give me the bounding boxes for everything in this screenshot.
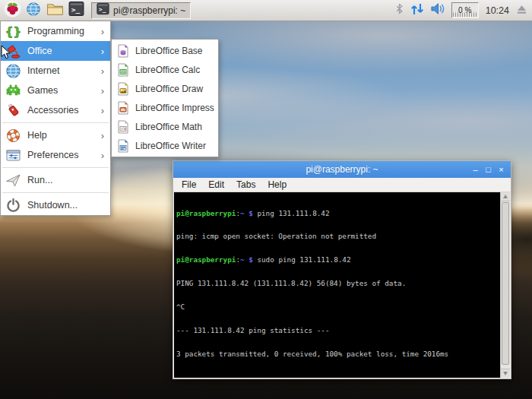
libreoffice-math-icon: √x <box>116 120 130 134</box>
menu-item-internet[interactable]: Internet › <box>1 61 110 81</box>
menu-item-label: Shutdown... <box>27 200 106 211</box>
submenu-chevron-icon: › <box>101 46 106 57</box>
terminal-title: pi@raspberrypi: ~ <box>306 164 378 175</box>
submenu-chevron-icon: › <box>101 65 106 77</box>
svg-text:>_: >_ <box>99 6 106 13</box>
submenu-item-libreoffice-calc[interactable]: LibreOffice Calc <box>112 60 218 79</box>
volume-icon[interactable] <box>430 2 446 19</box>
run-paper-plane-icon <box>5 173 21 188</box>
games-invader-icon <box>5 83 21 99</box>
menu-item-preferences[interactable]: Preferences › <box>1 145 110 165</box>
close-button[interactable]: × <box>495 163 508 176</box>
network-arrows-icon[interactable] <box>410 2 425 20</box>
scrollbar-thumb[interactable] <box>502 202 509 365</box>
triangle-down-icon <box>503 372 508 375</box>
folder-icon <box>46 2 64 19</box>
scroll-up-button[interactable] <box>501 192 510 201</box>
help-lifebuoy-icon <box>5 128 21 144</box>
terminal-icon-small: >_ <box>97 2 109 18</box>
triangle-up-icon <box>503 195 508 198</box>
svg-text:>_: >_ <box>71 5 80 14</box>
menu-item-label: Run... <box>27 175 106 185</box>
terminal-titlebar[interactable]: pi@raspberrypi: ~ – □ × <box>173 161 511 178</box>
clock[interactable]: 10:24 <box>484 5 511 16</box>
submenu-item-label: LibreOffice Base <box>135 46 203 56</box>
menubar-help[interactable]: Help <box>261 179 293 191</box>
submenu-item-label: LibreOffice Writer <box>135 141 206 151</box>
office-lamp-icon <box>5 43 21 59</box>
menu-item-label: Programming <box>27 26 95 36</box>
menu-item-office[interactable]: Office › <box>1 41 110 61</box>
menu-separator <box>2 122 109 123</box>
terminal-line: pi@raspberrypi:~ $ sudo ping 131.111.8.4… <box>176 256 500 264</box>
terminal-scrollbar[interactable] <box>500 192 510 378</box>
cpu-usage-label: 0 % <box>452 3 478 17</box>
terminal-menubar: File Edit Tabs Help <box>173 178 511 192</box>
terminal-line: 3 packets transmitted, 0 received, 100% … <box>176 350 500 358</box>
menu-item-label: Games <box>27 85 95 96</box>
terminal-line: --- 131.111.8.42 ping statistics --- <box>176 327 500 334</box>
submenu-item-libreoffice-writer[interactable]: LibreOffice Writer <box>112 136 218 155</box>
globe-icon <box>26 2 41 20</box>
libreoffice-impress-icon <box>116 101 130 115</box>
system-tray: 0 % 10:24 <box>394 2 529 20</box>
menu-item-label: Preferences <box>27 150 95 160</box>
submenu-item-label: LibreOffice Calc <box>135 65 200 75</box>
libreoffice-calc-icon <box>116 63 130 77</box>
taskbar: >_ >_ pi@raspberrypi: ~ <box>0 0 532 21</box>
terminal-line: pi@raspberrypi:~ $ ping 131.111.8.42 <box>176 210 500 217</box>
menu-item-label: Office <box>27 46 95 56</box>
maximize-button[interactable]: □ <box>482 163 495 176</box>
submenu-item-libreoffice-math[interactable]: √x LibreOffice Math <box>112 117 218 136</box>
menu-item-label: Internet <box>27 65 95 76</box>
cpu-usage-monitor[interactable]: 0 % <box>451 2 479 18</box>
desktop: >_ >_ pi@raspberrypi: ~ <box>0 0 532 399</box>
submenu-chevron-icon: › <box>101 85 106 97</box>
app-menu-button[interactable] <box>3 2 21 20</box>
terminal-output-area[interactable]: pi@raspberrypi:~ $ ping 131.111.8.42 pin… <box>174 192 500 378</box>
terminal-icon: >_ <box>68 1 84 20</box>
menubar-file[interactable]: File <box>176 179 202 191</box>
libreoffice-draw-icon <box>116 82 130 96</box>
programming-icon: {} <box>5 24 21 40</box>
submenu-item-label: LibreOffice Math <box>135 122 202 132</box>
submenu-item-libreoffice-base[interactable]: LibreOffice Base <box>112 41 218 60</box>
menu-item-accessories[interactable]: Accessories › <box>1 100 110 120</box>
preferences-sliders-icon <box>5 147 21 163</box>
svg-text:{}: {} <box>5 25 21 39</box>
terminal-window: pi@raspberrypi: ~ – □ × File Edit Tabs H… <box>173 160 511 379</box>
submenu-chevron-icon: › <box>101 130 106 141</box>
terminal-launcher-button[interactable]: >_ <box>67 2 85 20</box>
menu-item-run[interactable]: Run... <box>1 170 110 190</box>
menu-item-help[interactable]: Help › <box>1 125 110 145</box>
menu-item-label: Help <box>27 130 95 141</box>
svg-text:√x: √x <box>121 126 127 131</box>
eject-icon[interactable] <box>516 4 527 17</box>
bluetooth-icon[interactable] <box>394 2 404 19</box>
submenu-chevron-icon: › <box>101 26 106 37</box>
web-browser-button[interactable] <box>24 2 43 20</box>
menu-item-label: Accessories <box>27 105 95 116</box>
window-controls: – □ × <box>469 161 508 178</box>
terminal-line: ping: icmp open socket: Operation not pe… <box>176 233 500 240</box>
minimize-button[interactable]: – <box>469 163 482 176</box>
terminal-line <box>176 374 500 378</box>
accessories-knife-icon <box>5 103 21 119</box>
file-manager-button[interactable] <box>46 2 64 20</box>
menu-item-games[interactable]: Games › <box>1 81 110 100</box>
taskbar-window-button[interactable]: >_ pi@raspberrypi: ~ <box>91 2 191 19</box>
raspberry-menu-icon <box>4 0 21 21</box>
menubar-tabs[interactable]: Tabs <box>230 179 261 191</box>
submenu-item-libreoffice-impress[interactable]: LibreOffice Impress <box>112 98 218 117</box>
submenu-chevron-icon: › <box>101 105 106 116</box>
terminal-line: ^C <box>176 303 500 311</box>
internet-globe-icon <box>5 63 21 79</box>
shutdown-power-icon <box>5 198 21 214</box>
menu-item-programming[interactable]: {} Programming › <box>1 21 110 41</box>
scroll-down-button[interactable] <box>501 369 510 378</box>
menubar-edit[interactable]: Edit <box>202 179 230 191</box>
menu-item-shutdown[interactable]: Shutdown... <box>1 195 110 215</box>
submenu-item-libreoffice-draw[interactable]: LibreOffice Draw <box>112 79 218 98</box>
taskbar-window-label: pi@raspberrypi: ~ <box>113 5 185 16</box>
menu-separator <box>2 167 109 168</box>
